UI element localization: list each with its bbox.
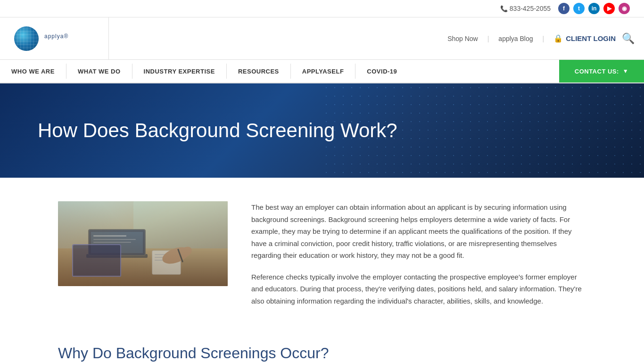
top-bar: 📞 833-425-2055 f t in ▶ ◉: [0, 0, 644, 17]
blog-link[interactable]: applya Blog: [498, 35, 533, 42]
logo-globe: [14, 26, 39, 51]
logo-area[interactable]: applya®: [0, 17, 108, 59]
header-links: Shop Now | applya Blog | 🔒 CLIENT LOGIN: [109, 34, 644, 43]
nav-applyaself[interactable]: APPLYASELF: [291, 60, 355, 82]
header-right: Shop Now | applya Blog | 🔒 CLIENT LOGIN: [108, 17, 644, 59]
instagram-icon[interactable]: ◉: [619, 3, 630, 14]
svg-rect-5: [91, 232, 143, 253]
svg-rect-0: [58, 201, 228, 286]
hero-title: How Does Background Screening Work?: [0, 119, 435, 142]
content-area: The best way an employer can obtain info…: [20, 178, 624, 362]
why-section-heading: Why Do Background Screenings Occur?: [58, 345, 586, 362]
nav-industry-expertise[interactable]: INDUSTRY EXPERTISE: [132, 60, 226, 82]
nav-contact-button[interactable]: CONTACT US: ▼: [559, 60, 644, 82]
svg-rect-1: [133, 201, 228, 258]
svg-point-14: [177, 245, 194, 260]
svg-rect-3: [86, 254, 148, 258]
content-para-2: Reference checks typically involve the e…: [251, 271, 586, 307]
pipe-divider-2: |: [543, 35, 545, 42]
hero-section: How Does Background Screening Work?: [0, 83, 644, 178]
nav-industry-expertise-label: INDUSTRY EXPERTISE: [144, 68, 215, 75]
logo-name: applya: [44, 33, 64, 39]
client-login-text: CLIENT LOGIN: [566, 34, 616, 42]
svg-rect-8: [93, 242, 131, 243]
twitter-icon[interactable]: t: [573, 3, 585, 14]
nav-who-we-are-label: WHO WE ARE: [11, 68, 55, 75]
svg-rect-11: [155, 257, 176, 258]
nav-resources-label: RESOURCES: [238, 68, 279, 75]
pipe-divider: |: [487, 35, 489, 42]
nav-contact-label: CONTACT US:: [575, 68, 619, 75]
main-nav: WHO WE ARE WHAT WE DO INDUSTRY EXPERTISE…: [0, 60, 644, 83]
linkedin-icon[interactable]: in: [588, 3, 600, 14]
svg-rect-9: [152, 251, 181, 274]
phone-text: 833-425-2055: [510, 5, 551, 12]
facebook-icon[interactable]: f: [558, 3, 570, 14]
svg-rect-15: [177, 249, 183, 263]
nav-what-we-do-label: WHAT WE DO: [78, 68, 121, 75]
nav-resources[interactable]: RESOURCES: [227, 60, 290, 82]
svg-rect-2: [58, 248, 228, 286]
chevron-down-icon: ▼: [623, 68, 628, 74]
nav-covid19-label: COVID-19: [367, 68, 397, 75]
content-para-1: The best way an employer can obtain info…: [251, 201, 586, 262]
content-text: The best way an employer can obtain info…: [251, 201, 586, 316]
nav-covid19[interactable]: COVID-19: [355, 60, 408, 82]
phone-number[interactable]: 📞 833-425-2055: [500, 5, 551, 12]
svg-rect-7: [93, 239, 136, 240]
svg-rect-10: [155, 254, 178, 255]
social-icons: f t in ▶ ◉: [558, 3, 630, 14]
svg-rect-4: [89, 230, 145, 255]
why-section: Why Do Background Screenings Occur?: [58, 345, 586, 362]
search-button[interactable]: 🔍: [622, 33, 635, 45]
content-image: [58, 201, 228, 286]
shop-now-link[interactable]: Shop Now: [447, 35, 478, 42]
content-section: The best way an employer can obtain info…: [58, 201, 586, 316]
logo-trademark: ®: [64, 33, 68, 39]
svg-point-13: [160, 244, 192, 267]
phone-icon: 📞: [500, 5, 508, 12]
site-header: applya® Shop Now | applya Blog | 🔒 CLIEN…: [0, 17, 644, 60]
svg-rect-6: [93, 235, 126, 237]
nav-applyaself-label: APPLYASELF: [302, 68, 344, 75]
svg-rect-12: [155, 260, 178, 261]
nav-items: WHO WE ARE WHAT WE DO INDUSTRY EXPERTISE…: [0, 60, 559, 82]
lock-icon: 🔒: [553, 34, 563, 43]
client-login-link[interactable]: 🔒 CLIENT LOGIN: [553, 34, 616, 43]
youtube-icon[interactable]: ▶: [603, 3, 615, 14]
logo-text: applya®: [44, 31, 68, 46]
nav-who-we-are[interactable]: WHO WE ARE: [0, 60, 66, 82]
nav-what-we-do[interactable]: WHAT WE DO: [66, 60, 132, 82]
